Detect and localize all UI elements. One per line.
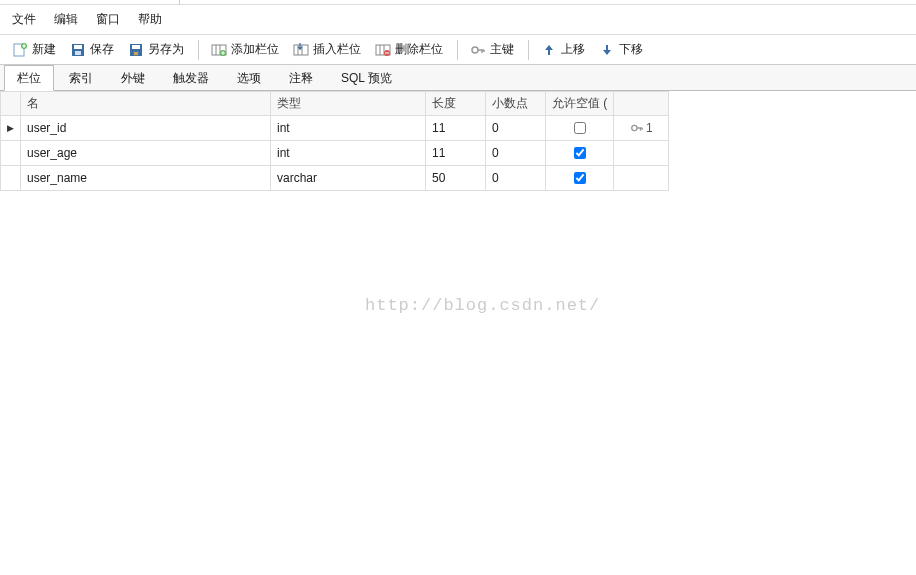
menu-bar: 文件 编辑 窗口 帮助	[0, 5, 916, 35]
movedown-button[interactable]: 下移	[593, 39, 649, 60]
grid-header-key[interactable]	[614, 92, 669, 116]
cell-type[interactable]: int	[271, 141, 426, 166]
table-row[interactable]: user_namevarchar500	[1, 166, 669, 191]
svg-rect-4	[75, 51, 81, 55]
row-marker	[1, 141, 21, 166]
saveas-icon	[128, 42, 144, 58]
new-button-label: 新建	[32, 41, 56, 58]
cell-type[interactable]: int	[271, 116, 426, 141]
toolbar-separator-2	[457, 40, 458, 60]
movedown-button-label: 下移	[619, 41, 643, 58]
menu-help[interactable]: 帮助	[134, 8, 176, 31]
key-icon	[630, 121, 644, 135]
cell-name[interactable]: user_id	[21, 116, 271, 141]
save-icon	[70, 42, 86, 58]
menu-edit[interactable]: 编辑	[50, 8, 92, 31]
cell-nullable[interactable]	[546, 166, 614, 191]
svg-point-19	[472, 47, 478, 53]
cell-type[interactable]: varchar	[271, 166, 426, 191]
grid-header-length[interactable]: 长度	[426, 92, 486, 116]
cell-name[interactable]: user_name	[21, 166, 271, 191]
deletefield-button[interactable]: 删除栏位	[369, 39, 449, 60]
cell-primarykey[interactable]	[614, 141, 669, 166]
key-number: 1	[646, 121, 653, 135]
deletefield-button-label: 删除栏位	[395, 41, 443, 58]
save-button[interactable]: 保存	[64, 39, 120, 60]
svg-rect-3	[74, 45, 82, 49]
tab-fields[interactable]: 栏位	[4, 65, 54, 91]
toolbar: 新建 保存 另存为 添加栏位 插入栏位	[0, 35, 916, 65]
tab-foreignkeys[interactable]: 外键	[108, 65, 158, 90]
grid-area: 名 类型 长度 小数点 允许空值 ( ▶user_idint1101user_a…	[0, 91, 916, 575]
cell-decimal[interactable]: 0	[486, 141, 546, 166]
moveup-icon	[541, 42, 557, 58]
moveup-button[interactable]: 上移	[535, 39, 591, 60]
cell-decimal[interactable]: 0	[486, 166, 546, 191]
nullable-checkbox[interactable]	[574, 172, 586, 184]
tab-stub	[0, 0, 180, 5]
toolbar-separator-3	[528, 40, 529, 60]
menu-file[interactable]: 文件	[8, 8, 50, 31]
moveup-button-label: 上移	[561, 41, 585, 58]
table-row[interactable]: user_ageint110	[1, 141, 669, 166]
movedown-icon	[599, 42, 615, 58]
addfield-button-label: 添加栏位	[231, 41, 279, 58]
insertfield-button-label: 插入栏位	[313, 41, 361, 58]
svg-rect-11	[294, 45, 308, 55]
primarykey-button[interactable]: 主键	[464, 39, 520, 60]
tab-triggers[interactable]: 触发器	[160, 65, 222, 90]
grid-header-name[interactable]: 名	[21, 92, 271, 116]
table-row[interactable]: ▶user_idint1101	[1, 116, 669, 141]
cell-decimal[interactable]: 0	[486, 116, 546, 141]
insertfield-button[interactable]: 插入栏位	[287, 39, 367, 60]
grid-header-decimal[interactable]: 小数点	[486, 92, 546, 116]
grid-header-nullable[interactable]: 允许空值 (	[546, 92, 614, 116]
nullable-checkbox[interactable]	[574, 122, 586, 134]
cell-primarykey[interactable]	[614, 166, 669, 191]
addfield-icon	[211, 42, 227, 58]
menu-window[interactable]: 窗口	[92, 8, 134, 31]
fields-grid[interactable]: 名 类型 长度 小数点 允许空值 ( ▶user_idint1101user_a…	[0, 91, 669, 191]
grid-header-row: 名 类型 长度 小数点 允许空值 (	[1, 92, 669, 116]
svg-point-20	[632, 126, 637, 131]
new-button[interactable]: 新建	[6, 39, 62, 60]
grid-header-marker	[1, 92, 21, 116]
cell-length[interactable]: 11	[426, 141, 486, 166]
addfield-button[interactable]: 添加栏位	[205, 39, 285, 60]
row-marker: ▶	[1, 116, 21, 141]
toolbar-separator-1	[198, 40, 199, 60]
cell-nullable[interactable]	[546, 141, 614, 166]
deletefield-icon	[375, 42, 391, 58]
cell-nullable[interactable]	[546, 116, 614, 141]
cell-primarykey[interactable]: 1	[614, 116, 669, 141]
saveas-button[interactable]: 另存为	[122, 39, 190, 60]
cell-length[interactable]: 50	[426, 166, 486, 191]
tab-options[interactable]: 选项	[224, 65, 274, 90]
cell-length[interactable]: 11	[426, 116, 486, 141]
nullable-checkbox[interactable]	[574, 147, 586, 159]
tab-indexes[interactable]: 索引	[56, 65, 106, 90]
tab-strip: 栏位 索引 外键 触发器 选项 注释 SQL 预览	[0, 65, 916, 91]
row-marker	[1, 166, 21, 191]
new-icon	[12, 42, 28, 58]
grid-header-type[interactable]: 类型	[271, 92, 426, 116]
primarykey-button-label: 主键	[490, 41, 514, 58]
tab-sqlpreview[interactable]: SQL 预览	[328, 65, 405, 90]
saveas-button-label: 另存为	[148, 41, 184, 58]
svg-rect-6	[132, 45, 140, 49]
save-button-label: 保存	[90, 41, 114, 58]
primarykey-icon	[470, 42, 486, 58]
insertfield-icon	[293, 42, 309, 58]
cell-name[interactable]: user_age	[21, 141, 271, 166]
tab-comment[interactable]: 注释	[276, 65, 326, 90]
